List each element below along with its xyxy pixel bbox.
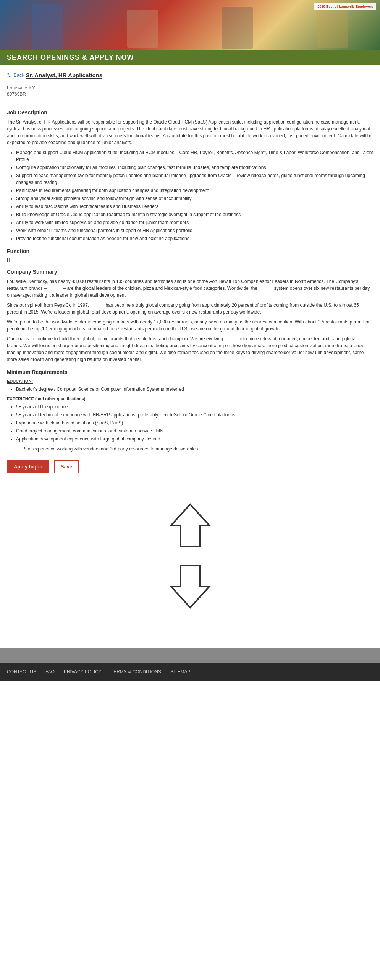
- company-summary-p3: We're proud to be the worldwide leader i…: [7, 319, 373, 332]
- footer-link-contact[interactable]: CONTACT US: [7, 669, 36, 674]
- list-item: Participate in requirements gathering fo…: [16, 187, 373, 194]
- header-image: 2010 Best of Louisville Employers: [0, 0, 380, 50]
- list-item: Support release management cycle for mon…: [16, 172, 373, 186]
- list-item: Configure application functionality for …: [16, 164, 373, 171]
- education-label: EDUCATION:: [7, 379, 373, 384]
- divider-1: [7, 103, 373, 103]
- buttons-row: Apply to job Save: [7, 460, 373, 473]
- prior-experience-note: Prior experience working with vendors an…: [22, 445, 373, 452]
- arrow-up-icon: [167, 502, 213, 548]
- list-item: Experience with cloud based solutions (S…: [16, 419, 373, 426]
- function-header: Function: [7, 248, 373, 254]
- main-content: ↻ Back Sr. Analyst, HR Applications Loui…: [0, 65, 380, 487]
- job-title: Sr. Analyst, HR Applications: [26, 72, 103, 79]
- header-badge: 2010 Best of Louisville Employers: [314, 3, 376, 10]
- job-description-bullets: Manage and support Cloud HCM Application…: [16, 149, 373, 242]
- company-summary-p1: Louisville, Kentucky, has nearly 43,000 …: [7, 278, 373, 299]
- back-label: Back: [13, 72, 24, 78]
- list-item: Provide techno-functional documentation …: [16, 235, 373, 242]
- education-bullets: Bachelor's degree / Computer Science or …: [16, 386, 373, 393]
- function-value: IT: [7, 257, 373, 263]
- list-item: Bachelor's degree / Computer Science or …: [16, 386, 373, 393]
- svg-marker-1: [171, 566, 209, 608]
- company-summary-p4: Our goal is to continue to build three g…: [7, 335, 373, 363]
- arrow-down-icon: [167, 564, 213, 609]
- gray-spacer: [0, 648, 380, 663]
- list-item: 5+ years of IT experience: [16, 403, 373, 410]
- company-summary-p2: Since our spin-off from PepsiCo in 1997,…: [7, 302, 373, 315]
- arrows-section: [0, 487, 380, 632]
- header-person-1: [32, 4, 63, 50]
- back-link[interactable]: ↻ Back: [7, 72, 24, 79]
- footer-link-terms[interactable]: TERMS & CONDITIONS: [111, 669, 161, 674]
- experience-label: EXPERIENCE (and other qualifications):: [7, 397, 373, 401]
- apply-to-job-button[interactable]: Apply to job: [7, 460, 49, 473]
- list-item: 5+ years of technical experience with HR…: [16, 411, 373, 418]
- list-item: Application development experience with …: [16, 436, 373, 442]
- search-bar: SEARCH OPENINGS & APPLY NOW: [0, 50, 380, 65]
- header-person-4: [317, 10, 348, 48]
- job-description-intro: The Sr. Analyst of HR Applications will …: [7, 119, 373, 146]
- job-id: 89769BR: [7, 91, 373, 97]
- back-icon: ↻: [7, 72, 12, 79]
- list-item: Strong analytical skills; problem solvin…: [16, 195, 373, 202]
- job-location: Louisville KY: [7, 85, 373, 91]
- list-item: Work with other IT teams and functional …: [16, 227, 373, 234]
- list-item: Ability to work with limited supervision…: [16, 219, 373, 226]
- list-item: Good project management, communications,…: [16, 427, 373, 434]
- list-item: Manage and support Cloud HCM Application…: [16, 149, 373, 163]
- footer-link-privacy[interactable]: PRIVACY POLICY: [64, 669, 102, 674]
- job-description-header: Job Description: [7, 109, 373, 115]
- save-button[interactable]: Save: [54, 460, 79, 473]
- header-person-2: [127, 10, 158, 48]
- list-item: Ability to lead discussions with Technic…: [16, 203, 373, 210]
- list-item: Build knowledge of Oracle Cloud applicat…: [16, 211, 373, 218]
- header-person-3: [222, 7, 253, 49]
- minimum-requirements-header: Minimum Requirements: [7, 369, 373, 375]
- footer-link-sitemap[interactable]: SITEMAP: [170, 669, 191, 674]
- footer: CONTACT US FAQ PRIVACY POLICY TERMS & CO…: [0, 663, 380, 681]
- company-summary-header: Company Summary: [7, 269, 373, 275]
- experience-bullets: 5+ years of IT experience 5+ years of te…: [16, 403, 373, 442]
- svg-marker-0: [171, 504, 209, 546]
- footer-link-faq[interactable]: FAQ: [45, 669, 55, 674]
- search-bar-label: SEARCH OPENINGS & APPLY NOW: [7, 54, 134, 61]
